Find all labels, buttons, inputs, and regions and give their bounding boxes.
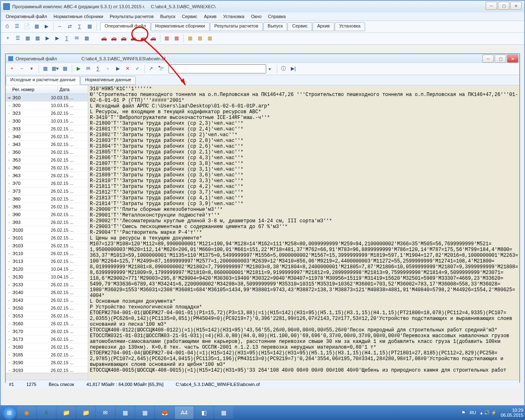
tb-icon[interactable]: ✉ xyxy=(72,34,81,43)
outer-tab[interactable]: Результаты расчетов xyxy=(210,22,263,31)
grid-icon[interactable]: ▦ xyxy=(41,64,50,73)
mail-icon[interactable]: ✉ xyxy=(84,64,93,73)
tb-icon[interactable]: ▶ xyxy=(42,22,51,31)
task-app[interactable]: ◧ xyxy=(194,406,213,419)
tb-icon[interactable]: ∑ xyxy=(62,34,71,43)
tb-car-icon[interactable]: 🚗 xyxy=(139,34,148,43)
tb-icon[interactable]: ▦ xyxy=(185,34,194,43)
export-icon[interactable]: ↗ xyxy=(146,64,155,73)
list-row[interactable]: ▫Э8026.02.15 ... xyxy=(6,195,88,203)
windows-taskbar[interactable]: ⊞ ◉ X 📁 📁 ✉ ▦ ▦ 🦊 A4 ◧ ▦ ⚑ RU ▴ 🔊 ⚡ 10:2… xyxy=(0,405,525,420)
tool-icon[interactable]: ▫ xyxy=(103,64,112,73)
list-row[interactable]: ▫Э18026.02.15 ... xyxy=(6,343,88,351)
tb-icon[interactable]: ▦ xyxy=(205,34,214,43)
tray-flag-icon[interactable]: ⚑ xyxy=(461,410,466,415)
tb-car-icon[interactable]: 🚗 xyxy=(129,34,138,43)
tb-icon[interactable]: + xyxy=(3,34,12,43)
menu-item[interactable]: Результаты расчетов xyxy=(107,13,156,20)
search-input[interactable] xyxy=(169,64,266,73)
tool-icon[interactable]: ✕ xyxy=(123,64,132,73)
list-row[interactable]: ▫Э19326.02.15 ... xyxy=(6,367,88,373)
tb-icon[interactable]: ∑ xyxy=(75,22,84,31)
list-row[interactable]: ▫Э13326.02.15 ... xyxy=(6,281,88,289)
task-app[interactable]: ▦ xyxy=(135,406,154,419)
nav-icon[interactable]: ▶| xyxy=(289,64,298,73)
tb-icon[interactable]: ▶ xyxy=(52,34,62,43)
dropdown-arrow[interactable]: ▾ xyxy=(269,66,271,72)
start-button[interactable]: ⊞ xyxy=(2,406,16,420)
list-row[interactable]: ▫Э11326.02.15 ... xyxy=(6,258,88,265)
sigma-icon[interactable]: ∑ xyxy=(94,64,103,73)
list-row[interactable]: ▫Э13010.04.15 ... xyxy=(6,273,88,281)
menu-item[interactable]: Архив xyxy=(201,13,219,20)
inner-tab[interactable]: Нормативные данные xyxy=(80,76,136,85)
list-row[interactable]: ▫Э5026.02.15 ... xyxy=(6,148,88,156)
list-row[interactable]: ▫Э11026.02.15 ... xyxy=(6,250,88,258)
list-row[interactable]: ▫Э15026.02.15 ... xyxy=(6,304,88,312)
grid-icon[interactable]: ▦▾ xyxy=(50,64,59,73)
dropdown-icon[interactable]: ▾ xyxy=(27,64,36,73)
tray-icons[interactable]: ▴ 🔊 ⚡ xyxy=(480,410,497,415)
task-app[interactable]: ▦ xyxy=(116,406,135,419)
tb-car-icon[interactable]: 🚗 xyxy=(148,34,158,43)
col-reg-number[interactable]: Рег. номер xyxy=(6,87,58,92)
task-excel[interactable]: X xyxy=(37,406,56,419)
info-icon[interactable]: ⓘ xyxy=(279,64,288,73)
tb-icon[interactable]: ☰ xyxy=(13,34,22,43)
add-icon[interactable]: + xyxy=(7,64,16,73)
list-row[interactable]: ▫Э17326.02.15 ... xyxy=(6,336,88,343)
tb-icon[interactable]: ⇄ xyxy=(65,22,74,31)
tb-car-icon[interactable]: 🚗 xyxy=(99,34,108,43)
rows-container[interactable]: ➔Э1010.03.15 ...▫Э2010.03.15 ...▫Э2326.0… xyxy=(6,94,88,373)
col-date[interactable]: Дата xyxy=(58,87,69,92)
menu-item[interactable]: Оперативный файл xyxy=(3,13,50,20)
grid-icon[interactable]: ▦ xyxy=(60,64,69,73)
list-row[interactable]: ▫Э3326.02.15 ... xyxy=(6,125,88,133)
list-row[interactable]: ▫Э19026.02.15 ... xyxy=(6,359,88,367)
list-row[interactable]: ▫Э4026.02.15 ... xyxy=(6,133,88,141)
list-row[interactable]: ▫Э10026.02.15 ... xyxy=(6,226,88,234)
outer-tab[interactable]: Установка xyxy=(335,22,365,31)
tb-icon[interactable]: ↔ xyxy=(55,22,64,31)
tb-icon[interactable]: ▦ xyxy=(23,34,32,43)
menu-item[interactable]: Окно xyxy=(249,13,264,20)
list-row[interactable]: ▫Э15326.02.15 ... xyxy=(6,312,88,320)
list-row[interactable]: ▫Э8326.02.15 ... xyxy=(6,203,88,211)
h-scrollbar[interactable] xyxy=(6,373,88,380)
tb-icon[interactable]: ▦ xyxy=(32,22,41,31)
close-button[interactable]: ✕ xyxy=(507,55,518,63)
task-abc4[interactable]: A4 xyxy=(175,406,194,419)
tb-icon[interactable]: ▦ xyxy=(33,34,42,43)
tb-icon[interactable]: ▦ xyxy=(172,34,181,43)
tb-icon[interactable]: ▦ xyxy=(85,22,94,31)
task-firefox[interactable]: 🦊 xyxy=(155,406,174,419)
list-row[interactable]: ▫Э2010.03.15 ... xyxy=(6,102,88,110)
list-row[interactable]: ▫Э3010.03.15 ... xyxy=(6,117,88,125)
tb-icon[interactable]: ▦ xyxy=(195,34,204,43)
tray-time[interactable]: 10:29 xyxy=(501,408,523,413)
list-row[interactable]: ▫Э10326.02.15 ... xyxy=(6,242,88,250)
outer-tab[interactable]: Нормативные сборники xyxy=(151,22,210,31)
menu-item[interactable]: Нормативные сборники xyxy=(51,13,106,20)
task-explorer[interactable]: 📁 xyxy=(76,406,95,419)
column-headers[interactable]: Рег. номер Дата xyxy=(6,85,88,94)
play-icon[interactable]: ▶ xyxy=(74,64,83,73)
op-file-titlebar[interactable]: Оперативный файл C:\abc4_5.3.1\ABC_WIN\F… xyxy=(6,54,519,63)
list-row[interactable]: ▫Э16026.02.15 ... xyxy=(6,320,88,328)
list-row[interactable]: ▫Э6026.02.15 ... xyxy=(6,164,88,172)
tb-icon[interactable]: ⎙ xyxy=(2,22,11,31)
list-row[interactable]: ▫Э14326.02.15 ... xyxy=(6,297,88,304)
list-row[interactable]: ▫Э7026.02.15 ... xyxy=(6,180,88,187)
tb-icon[interactable]: 📄 xyxy=(22,22,31,31)
maximize-button[interactable]: ▢ xyxy=(495,55,506,63)
list-row[interactable]: ▫Э6326.02.15 ... xyxy=(6,172,88,180)
minimize-button[interactable]: ─ xyxy=(482,55,494,63)
menu-item[interactable]: Установка xyxy=(221,13,247,20)
remove-icon[interactable]: − xyxy=(17,64,26,73)
tb-car-icon[interactable]: 🚗 xyxy=(109,34,118,43)
task-wmp[interactable]: ◉ xyxy=(17,406,36,419)
tb-icon[interactable]: ▶ xyxy=(43,34,52,43)
list-row[interactable]: ▫Э5326.02.15 ... xyxy=(6,156,88,164)
close-button[interactable]: ✕ xyxy=(510,2,522,10)
tb-icon[interactable]: ▦ xyxy=(82,34,91,43)
